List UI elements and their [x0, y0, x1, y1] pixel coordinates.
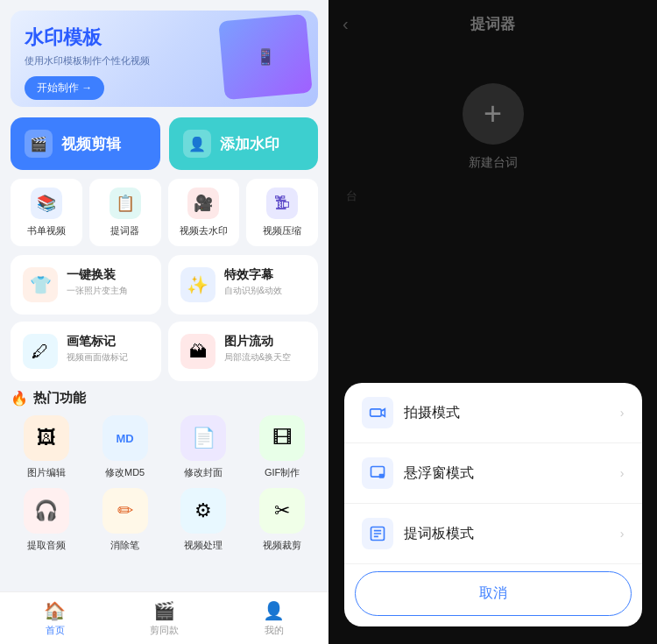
sub-icon-2: 🎥	[187, 188, 219, 219]
hot-item-3[interactable]: 🎞 GIF制作	[246, 415, 318, 479]
sub-icon-1: 📋	[110, 188, 141, 219]
hot-section-header: 🔥 热门功能	[11, 390, 318, 407]
feature-icon-2: 🖊	[23, 334, 58, 369]
sub-label-3: 视频压缩	[263, 224, 301, 237]
hot-item-0[interactable]: 🖼 图片编辑	[11, 415, 82, 479]
chevron-icon-0: ›	[620, 406, 625, 420]
home-icon: 🏠	[44, 600, 66, 621]
hot-label-3: GIF制作	[265, 466, 300, 479]
feature-sub-3: 局部流动&换天空	[224, 351, 292, 364]
feature-card-1[interactable]: ✨ 特效字幕 自动识别&动效	[168, 255, 319, 315]
svg-rect-2	[378, 474, 384, 478]
hot-label-6: 视频处理	[184, 539, 223, 552]
feature-grid: 👕 一键换装 一张照片变主角 ✨ 特效字幕 自动识别&动效 🖊 画笔标记 视频画…	[11, 255, 318, 381]
nav-home[interactable]: 🏠 首页	[0, 592, 110, 644]
hot-item-4[interactable]: 🎧 提取音频	[11, 488, 82, 552]
hot-icon-2: 📄	[180, 415, 226, 461]
feature-title-3: 图片流动	[224, 334, 292, 350]
feature-text-3: 图片流动 局部流动&换天空	[224, 334, 292, 364]
clips-icon: 🎬	[153, 600, 175, 621]
popup-overlay: 拍摄模式 › 悬浮窗模式 ›	[328, 0, 657, 644]
feature-sub-1: 自动识别&动效	[224, 285, 283, 297]
video-edit-label: 视频剪辑	[61, 134, 121, 154]
hot-grid: 🖼 图片编辑 MD 修改MD5 📄 修改封面 🎞 GIF制作	[11, 415, 318, 479]
feature-title-2: 画笔标记	[67, 334, 128, 350]
left-panel: 水印模板 使用水印模板制作个性化视频 开始制作 → 📱 🎬 视频剪辑 👤 添加水…	[0, 0, 328, 644]
sub-icon-0: 📚	[31, 188, 62, 219]
hot-item-1[interactable]: MD 修改MD5	[89, 415, 161, 479]
fire-icon: 🔥	[11, 390, 28, 407]
hot-icon-5: ✏	[102, 488, 148, 534]
hot-item-6[interactable]: ⚙ 视频处理	[168, 488, 240, 552]
nav-home-label: 首页	[46, 624, 65, 637]
sub-icon-3: 🗜	[266, 188, 298, 219]
popup-option-1[interactable]: 悬浮窗模式 ›	[344, 443, 642, 504]
feature-icon-0: 👕	[23, 267, 58, 302]
hot-label-2: 修改封面	[184, 466, 223, 479]
hot-icon-4: 🎧	[24, 488, 69, 534]
hot-item-2[interactable]: 📄 修改封面	[168, 415, 240, 479]
feature-sub-2: 视频画面做标记	[67, 351, 128, 364]
feature-text-0: 一键换装 一张照片变主角	[67, 267, 128, 297]
hot-item-7[interactable]: ✂ 视频裁剪	[246, 488, 318, 552]
add-watermark-button[interactable]: 👤 添加水印	[169, 117, 319, 170]
popup-option-left-2: 提词板模式	[362, 518, 474, 549]
feature-text-2: 画笔标记 视频画面做标记	[67, 334, 128, 364]
feature-text-1: 特效字幕 自动识别&动效	[224, 267, 283, 297]
bottom-nav: 🏠 首页 🎬 剪同款 👤 我的	[0, 591, 328, 644]
chevron-icon-2: ›	[620, 527, 625, 541]
banner-image: 📱	[218, 14, 312, 100]
sub-label-1: 提词器	[110, 224, 139, 237]
start-button[interactable]: 开始制作 →	[25, 76, 104, 100]
svg-rect-0	[370, 409, 381, 416]
popup-sheet: 拍摄模式 › 悬浮窗模式 ›	[344, 383, 642, 626]
hot-label-5: 消除笔	[110, 539, 139, 552]
feature-card-0[interactable]: 👕 一键换装 一张照片变主角	[11, 255, 161, 315]
video-edit-button[interactable]: 🎬 视频剪辑	[11, 117, 160, 170]
sub-btn-1[interactable]: 📋 提词器	[89, 179, 161, 246]
hot-label-7: 视频裁剪	[263, 539, 301, 552]
add-watermark-icon: 👤	[183, 130, 211, 158]
feature-icon-1: ✨	[180, 267, 215, 302]
hot-icon-6: ⚙	[180, 488, 226, 534]
hot-icon-7: ✂	[259, 488, 305, 534]
add-watermark-label: 添加水印	[220, 134, 279, 154]
feature-card-3[interactable]: 🏔 图片流动 局部流动&换天空	[168, 322, 319, 381]
feature-sub-0: 一张照片变主角	[67, 285, 128, 297]
nav-clips-label: 剪同款	[150, 624, 179, 637]
hot-label-0: 图片编辑	[27, 466, 66, 479]
feature-icon-3: 🏔	[180, 334, 215, 369]
nav-mine[interactable]: 👤 我的	[219, 592, 328, 644]
sub-label-2: 视频去水印	[180, 224, 228, 237]
cancel-button[interactable]: 取消	[355, 571, 632, 616]
feature-title-1: 特效字幕	[224, 267, 283, 283]
hot-row2: 🎧 提取音频 ✏ 消除笔 ⚙ 视频处理 ✂ 视频裁剪	[11, 488, 318, 552]
hot-label-1: 修改MD5	[105, 466, 145, 479]
banner: 水印模板 使用水印模板制作个性化视频 开始制作 → 📱	[11, 11, 318, 107]
popup-option-2[interactable]: 提词板模式 ›	[344, 504, 642, 564]
hot-icon-1: MD	[102, 415, 148, 461]
sub-grid: 📚 书单视频 📋 提词器 🎥 视频去水印 🗜 视频压缩	[11, 179, 318, 246]
main-grid: 🎬 视频剪辑 👤 添加水印	[11, 117, 318, 170]
hot-label-4: 提取音频	[27, 539, 66, 552]
popup-option-label-2: 提词板模式	[404, 525, 474, 543]
teleprompter-mode-icon	[362, 518, 393, 549]
feature-title-0: 一键换装	[67, 267, 128, 283]
float-mode-icon	[362, 457, 393, 489]
popup-option-0[interactable]: 拍摄模式 ›	[344, 383, 642, 443]
video-edit-icon: 🎬	[25, 130, 53, 158]
sub-btn-3[interactable]: 🗜 视频压缩	[246, 179, 318, 246]
hot-icon-0: 🖼	[24, 415, 69, 461]
camera-mode-icon	[362, 397, 393, 428]
hot-section-title: 热门功能	[33, 390, 86, 407]
feature-card-2[interactable]: 🖊 画笔标记 视频画面做标记	[11, 322, 161, 381]
sub-btn-0[interactable]: 📚 书单视频	[11, 179, 82, 246]
nav-clips[interactable]: 🎬 剪同款	[110, 592, 219, 644]
popup-option-label-1: 悬浮窗模式	[404, 464, 474, 483]
hot-item-5[interactable]: ✏ 消除笔	[89, 488, 161, 552]
sub-btn-2[interactable]: 🎥 视频去水印	[168, 179, 240, 246]
sub-label-0: 书单视频	[27, 224, 66, 237]
popup-option-left-0: 拍摄模式	[362, 397, 460, 428]
popup-option-left-1: 悬浮窗模式	[362, 457, 474, 489]
right-panel: ‹ 提词器 + 新建台词 台 BRIt 拍摄模式	[328, 0, 657, 644]
